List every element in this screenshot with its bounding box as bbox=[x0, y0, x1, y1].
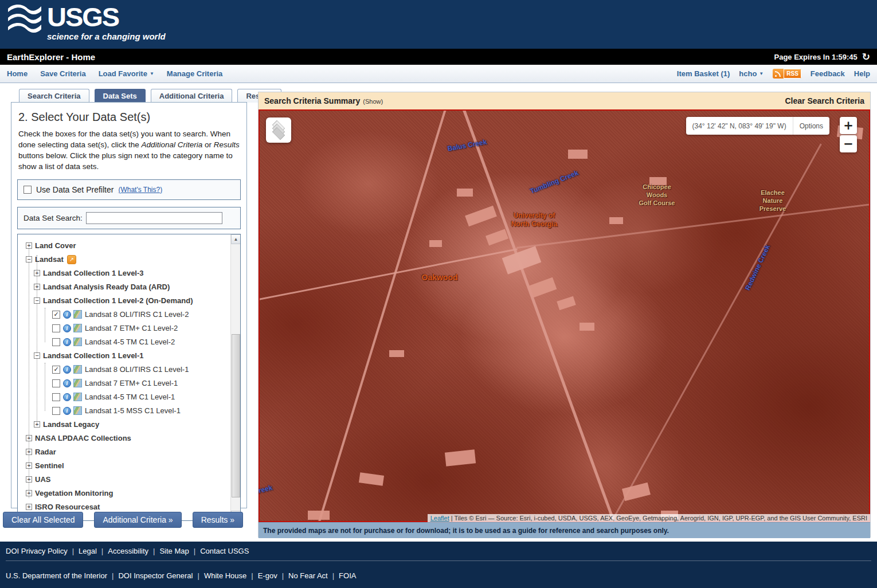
tree-dataset-label[interactable]: Landsat 4-5 TM C1 Level-2 bbox=[85, 338, 175, 346]
dataset-checkbox[interactable] bbox=[52, 324, 60, 332]
footer-link-foia[interactable]: FOIA bbox=[339, 571, 356, 580]
usgs-logo[interactable]: USGS science for a changing world bbox=[7, 4, 166, 41]
dataset-coverage-icon[interactable] bbox=[73, 324, 82, 332]
tree-category-label[interactable]: Radar bbox=[35, 448, 56, 456]
coordinates-options-button[interactable]: Options bbox=[793, 117, 829, 135]
tab-additional-criteria[interactable]: Additional Criteria bbox=[151, 89, 233, 103]
footer-link-doi-inspector-general[interactable]: DOI Inspector General bbox=[118, 571, 193, 580]
tree-category-label[interactable]: ISRO Resourcesat bbox=[35, 503, 100, 511]
footer-link-no-fear-act[interactable]: No Fear Act bbox=[288, 571, 328, 580]
map-layers-control[interactable] bbox=[266, 117, 291, 143]
zoom-out-button[interactable]: − bbox=[840, 135, 857, 152]
clear-search-criteria-link[interactable]: Clear Search Criteria bbox=[785, 96, 864, 105]
summary-show-link[interactable]: (Show) bbox=[363, 98, 383, 105]
scroll-up-icon[interactable]: ▲ bbox=[231, 234, 241, 244]
tree-category-label[interactable]: Land Cover bbox=[35, 241, 76, 250]
expand-icon[interactable]: + bbox=[26, 242, 32, 249]
expand-icon[interactable]: + bbox=[26, 435, 32, 441]
clear-all-selected-button[interactable]: Clear All Selected bbox=[3, 512, 84, 528]
dataset-coverage-icon[interactable] bbox=[73, 310, 82, 319]
dataset-info-icon[interactable]: i bbox=[63, 407, 71, 415]
featured-collection-icon[interactable]: ↗ bbox=[67, 255, 76, 264]
tree-category-label[interactable]: Landsat bbox=[35, 255, 64, 264]
whats-this-link[interactable]: (What's This?) bbox=[118, 186, 162, 194]
tree-dataset-label[interactable]: Landsat 8 OLI/TIRS C1 Level-2 bbox=[85, 310, 189, 319]
expand-icon[interactable]: + bbox=[26, 476, 32, 483]
nav-home[interactable]: Home bbox=[7, 69, 28, 78]
footer-link-white-house[interactable]: White House bbox=[204, 571, 246, 580]
satellite-map[interactable]: Balus CreekTumbling CreekUniversity of N… bbox=[259, 109, 870, 522]
dataset-checkbox[interactable] bbox=[52, 393, 60, 401]
collapse-icon[interactable]: − bbox=[26, 256, 32, 262]
footer-links-row1: DOI Privacy Policy|Legal|Accessibility|S… bbox=[0, 542, 877, 555]
dataset-info-icon[interactable]: i bbox=[63, 366, 71, 374]
tree-dataset-label[interactable]: Landsat 4-5 TM C1 Level-1 bbox=[85, 393, 175, 401]
zoom-in-button[interactable]: + bbox=[840, 117, 857, 134]
nav-feedback[interactable]: Feedback bbox=[811, 69, 845, 78]
tree-category-label[interactable]: Sentinel bbox=[35, 461, 64, 470]
dataset-coverage-icon[interactable] bbox=[73, 365, 82, 374]
tree-dataset-label[interactable]: Landsat 1-5 MSS C1 Level-1 bbox=[85, 406, 181, 415]
expand-icon[interactable]: + bbox=[26, 504, 32, 510]
dataset-coverage-icon[interactable] bbox=[73, 379, 82, 387]
expand-icon[interactable]: + bbox=[34, 270, 40, 276]
nav-manage-criteria[interactable]: Manage Criteria bbox=[167, 69, 223, 78]
tab-search-criteria[interactable]: Search Criteria bbox=[19, 89, 89, 103]
tree-scrollbar[interactable]: ▲ ▼ bbox=[230, 234, 240, 520]
tree-dataset-label[interactable]: Landsat 8 OLI/TIRS C1 Level-1 bbox=[85, 365, 189, 374]
scrollbar-thumb[interactable] bbox=[232, 334, 240, 497]
dataset-checkbox[interactable] bbox=[52, 407, 60, 415]
tree-category-label[interactable]: NASA LPDAAC Collections bbox=[35, 434, 131, 442]
tree-dataset-label[interactable]: Landsat 7 ETM+ C1 Level-2 bbox=[85, 324, 178, 332]
dataset-checkbox[interactable]: ✓ bbox=[52, 366, 60, 374]
nav-save-criteria[interactable]: Save Criteria bbox=[40, 69, 86, 78]
expand-icon[interactable]: + bbox=[26, 449, 32, 455]
tree-dataset-label[interactable]: Landsat 7 ETM+ C1 Level-1 bbox=[85, 379, 178, 387]
expand-icon[interactable]: + bbox=[34, 421, 40, 428]
footer-link-contact-usgs[interactable]: Contact USGS bbox=[200, 547, 249, 555]
dataset-info-icon[interactable]: i bbox=[63, 311, 71, 319]
nav-user-menu[interactable]: hcho▼ bbox=[739, 69, 764, 78]
tab-data-sets[interactable]: Data Sets bbox=[95, 89, 146, 103]
tree-category-label[interactable]: UAS bbox=[35, 475, 50, 484]
leaflet-link[interactable]: Leaflet bbox=[430, 515, 449, 522]
footer-separator: | bbox=[72, 547, 74, 555]
nav-load-favorite[interactable]: Load Favorite▼ bbox=[99, 69, 154, 78]
footer-link-legal[interactable]: Legal bbox=[79, 547, 97, 555]
footer-link-e-gov[interactable]: E-gov bbox=[258, 571, 277, 580]
tree-category-label[interactable]: Landsat Collection 1 Level-3 bbox=[43, 269, 144, 277]
collapse-icon[interactable]: − bbox=[34, 352, 40, 359]
dataset-info-icon[interactable]: i bbox=[63, 324, 71, 332]
dataset-coverage-icon[interactable] bbox=[73, 338, 82, 346]
dataset-info-icon[interactable]: i bbox=[63, 338, 71, 346]
expand-icon[interactable]: + bbox=[26, 462, 32, 469]
refresh-timer-icon[interactable]: ↻ bbox=[862, 52, 870, 62]
tree-category-label[interactable]: Landsat Collection 1 Level-1 bbox=[43, 351, 144, 360]
tree-category-label[interactable]: Landsat Collection 1 Level-2 (On-Demand) bbox=[43, 296, 193, 305]
tree-category-label[interactable]: Landsat Analysis Ready Data (ARD) bbox=[43, 283, 170, 291]
usgs-tagline: science for a changing world bbox=[47, 32, 166, 41]
dataset-coverage-icon[interactable] bbox=[73, 393, 82, 401]
prefilter-checkbox[interactable] bbox=[24, 186, 32, 194]
dataset-coverage-icon[interactable] bbox=[73, 406, 82, 415]
dataset-info-icon[interactable]: i bbox=[63, 393, 71, 401]
expand-icon[interactable]: + bbox=[34, 284, 40, 290]
dataset-checkbox[interactable] bbox=[52, 379, 60, 387]
tree-category-label[interactable]: Landsat Legacy bbox=[43, 420, 99, 429]
collapse-icon[interactable]: − bbox=[34, 297, 40, 304]
nav-help[interactable]: Help bbox=[854, 69, 870, 78]
expand-icon[interactable]: + bbox=[26, 490, 32, 496]
footer-link-site-map[interactable]: Site Map bbox=[159, 547, 189, 555]
dataset-search-input[interactable] bbox=[86, 212, 222, 224]
tree-category-label[interactable]: Vegetation Monitoring bbox=[35, 489, 113, 497]
results-button[interactable]: Results » bbox=[193, 512, 243, 528]
footer-link-u-s-department-of-the-interior[interactable]: U.S. Department of the Interior bbox=[6, 571, 107, 580]
dataset-info-icon[interactable]: i bbox=[63, 379, 71, 387]
footer-link-accessibility[interactable]: Accessibility bbox=[108, 547, 148, 555]
dataset-checkbox[interactable]: ✓ bbox=[52, 311, 60, 319]
footer-link-doi-privacy-policy[interactable]: DOI Privacy Policy bbox=[6, 547, 68, 555]
dataset-checkbox[interactable] bbox=[52, 338, 60, 346]
nav-item-basket[interactable]: Item Basket (1) bbox=[677, 69, 730, 78]
rss-button[interactable]: RSS bbox=[773, 69, 801, 79]
additional-criteria-button[interactable]: Additional Criteria » bbox=[94, 512, 181, 528]
